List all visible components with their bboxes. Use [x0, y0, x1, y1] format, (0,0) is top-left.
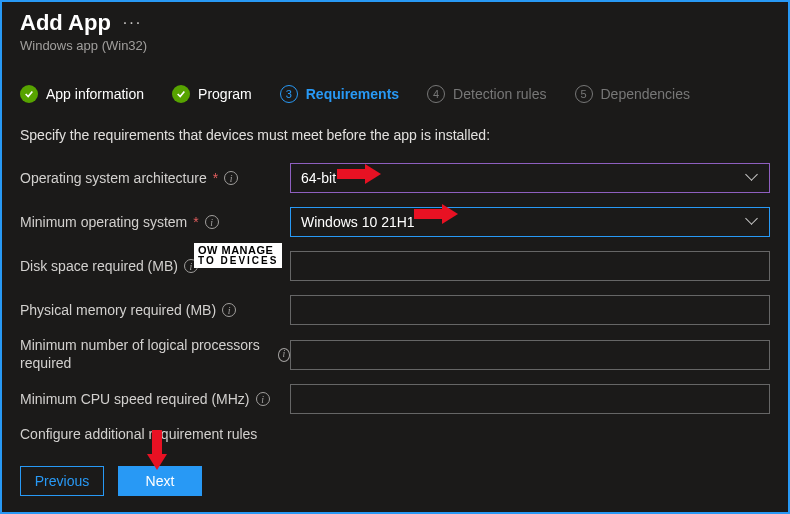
next-button[interactable]: Next: [118, 466, 202, 496]
more-menu-icon[interactable]: ···: [123, 14, 142, 32]
tab-label: Detection rules: [453, 86, 546, 102]
tab-detection-rules[interactable]: 4 Detection rules: [427, 85, 546, 103]
step-number-icon: 4: [427, 85, 445, 103]
watermark-line2: TO DEVICES: [198, 256, 278, 266]
required-indicator: *: [213, 170, 218, 186]
info-icon[interactable]: i: [224, 171, 238, 185]
requirements-form: Operating system architecture * i 64-bit…: [20, 161, 770, 442]
tab-app-information[interactable]: App information: [20, 85, 144, 103]
info-icon[interactable]: i: [278, 348, 290, 362]
field-label: Disk space required (MB): [20, 258, 178, 274]
field-label: Minimum CPU speed required (MHz): [20, 391, 250, 407]
select-value: 64-bit: [301, 170, 336, 186]
chevron-down-icon: [747, 172, 759, 184]
info-icon[interactable]: i: [256, 392, 270, 406]
field-label: Physical memory required (MB): [20, 302, 216, 318]
tab-label: App information: [46, 86, 144, 102]
tab-label: Program: [198, 86, 252, 102]
check-icon: [172, 85, 190, 103]
disk-space-input[interactable]: [290, 251, 770, 281]
additional-rules-heading: Configure additional requirement rules: [20, 426, 770, 442]
logical-processors-input[interactable]: [290, 340, 770, 370]
page-subtitle: Windows app (Win32): [20, 38, 770, 53]
cpu-speed-input[interactable]: [290, 384, 770, 414]
section-description: Specify the requirements that devices mu…: [20, 127, 770, 143]
watermark: OW MANAGE TO DEVICES: [194, 243, 282, 268]
tab-requirements[interactable]: 3 Requirements: [280, 85, 399, 103]
select-value: Windows 10 21H1: [301, 214, 415, 230]
page-title: Add App: [20, 10, 111, 36]
field-label: Minimum operating system: [20, 214, 187, 230]
physical-memory-input[interactable]: [290, 295, 770, 325]
os-architecture-select[interactable]: 64-bit: [290, 163, 770, 193]
min-os-select[interactable]: Windows 10 21H1: [290, 207, 770, 237]
step-number-icon: 5: [575, 85, 593, 103]
tab-label: Dependencies: [601, 86, 691, 102]
wizard-tabs: App information Program 3 Requirements 4…: [20, 85, 770, 107]
chevron-down-icon: [747, 216, 759, 228]
info-icon[interactable]: i: [222, 303, 236, 317]
field-label: Minimum number of logical processors req…: [20, 337, 272, 372]
tab-program[interactable]: Program: [172, 85, 252, 103]
previous-button[interactable]: Previous: [20, 466, 104, 496]
info-icon[interactable]: i: [205, 215, 219, 229]
check-icon: [20, 85, 38, 103]
tab-dependencies[interactable]: 5 Dependencies: [575, 85, 691, 103]
field-label: Operating system architecture: [20, 170, 207, 186]
required-indicator: *: [193, 214, 198, 230]
tab-label: Requirements: [306, 86, 399, 102]
step-number-icon: 3: [280, 85, 298, 103]
